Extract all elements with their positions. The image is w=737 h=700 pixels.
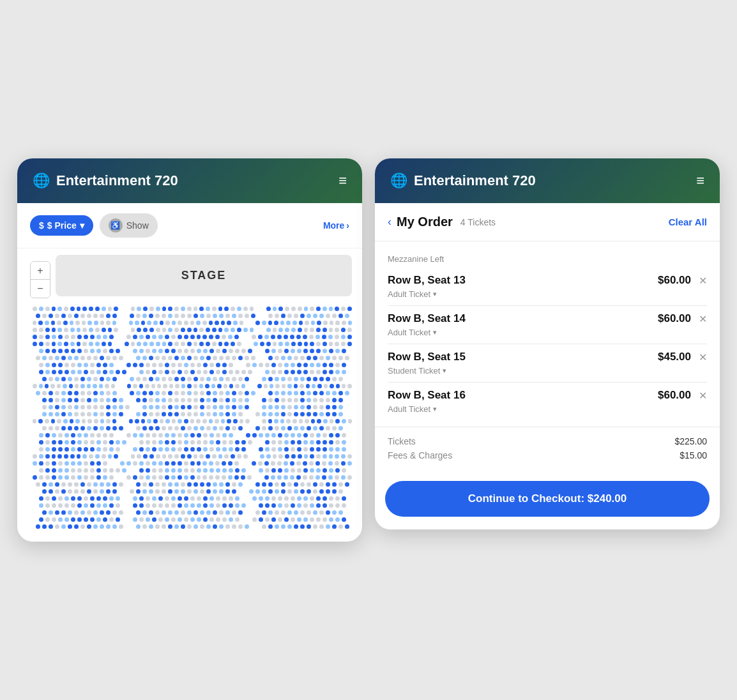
seat-dot[interactable] <box>190 321 195 325</box>
seat-dot[interactable] <box>342 370 346 374</box>
seat-dot[interactable] <box>162 482 166 487</box>
seat-dot[interactable] <box>109 496 114 501</box>
seat-dot[interactable] <box>155 391 160 395</box>
seat-dot[interactable] <box>200 412 204 416</box>
seat-dot[interactable] <box>297 440 301 445</box>
seat-dot[interactable] <box>178 496 182 501</box>
seat-dot[interactable] <box>245 314 249 318</box>
seat-dot[interactable] <box>49 391 53 395</box>
seat-dot[interactable] <box>194 377 198 381</box>
seat-dot[interactable] <box>200 482 204 487</box>
seat-dot[interactable] <box>64 307 68 311</box>
seat-dot[interactable] <box>294 377 298 381</box>
seat-dot[interactable] <box>317 321 321 325</box>
seat-dot[interactable] <box>190 447 195 452</box>
seat-dot[interactable] <box>127 384 131 388</box>
seat-dot[interactable] <box>84 475 88 480</box>
seat-dot[interactable] <box>139 335 144 339</box>
seat-dot[interactable] <box>112 391 117 395</box>
seat-dot[interactable] <box>36 356 40 360</box>
seat-dot[interactable] <box>184 419 188 423</box>
seat-dot[interactable] <box>190 440 195 445</box>
seat-dot[interactable] <box>202 419 207 423</box>
seat-dot[interactable] <box>65 440 69 445</box>
seat-dot[interactable] <box>307 482 311 487</box>
seat-dot[interactable] <box>322 335 326 339</box>
seat-dot[interactable] <box>45 440 50 445</box>
seat-dot[interactable] <box>250 307 254 311</box>
seat-dot[interactable] <box>347 328 352 332</box>
seat-dot[interactable] <box>319 482 324 487</box>
seat-dot[interactable] <box>300 377 305 381</box>
seat-dot[interactable] <box>219 391 224 395</box>
seat-dot[interactable] <box>149 328 154 332</box>
seat-dot[interactable] <box>146 496 150 501</box>
seat-dot[interactable] <box>225 489 230 494</box>
seat-dot[interactable] <box>181 405 185 409</box>
seat-dot[interactable] <box>313 314 317 318</box>
seat-dot[interactable] <box>194 426 198 430</box>
seat-dot[interactable] <box>149 356 153 360</box>
seat-dot[interactable] <box>310 517 314 522</box>
seat-dot[interactable] <box>77 503 82 508</box>
seat-dot[interactable] <box>310 328 314 332</box>
seat-dot[interactable] <box>149 482 153 487</box>
seat-dot[interactable] <box>206 489 211 494</box>
seat-dot[interactable] <box>268 391 273 395</box>
seat-dot[interactable] <box>262 412 266 416</box>
seat-dot[interactable] <box>93 426 98 430</box>
seat-dot[interactable] <box>162 314 166 318</box>
seat-dot[interactable] <box>291 433 295 438</box>
seat-dot[interactable] <box>319 412 324 416</box>
seat-dot[interactable] <box>187 398 192 402</box>
seat-dot[interactable] <box>77 370 82 374</box>
seat-dot[interactable] <box>290 461 294 466</box>
seat-dot[interactable] <box>52 328 56 332</box>
seat-dot[interactable] <box>329 440 333 445</box>
seat-dot[interactable] <box>300 524 305 529</box>
seat-dot[interactable] <box>152 447 156 452</box>
seat-dot[interactable] <box>84 517 88 522</box>
seat-dot[interactable] <box>51 419 56 423</box>
seat-dot[interactable] <box>257 384 261 388</box>
seat-dot[interactable] <box>112 377 117 381</box>
seat-dot[interactable] <box>187 412 192 416</box>
seat-dot[interactable] <box>262 489 266 494</box>
seat-dot[interactable] <box>68 391 72 395</box>
seat-dot[interactable] <box>162 412 166 416</box>
seat-dot[interactable] <box>93 405 98 409</box>
seat-dot[interactable] <box>155 314 160 318</box>
seat-dot[interactable] <box>284 475 288 480</box>
seat-dot[interactable] <box>303 475 307 480</box>
seat-dot[interactable] <box>209 447 214 452</box>
seat-dot[interactable] <box>262 426 266 430</box>
seat-dot[interactable] <box>57 454 62 459</box>
seat-dot[interactable] <box>262 510 266 515</box>
seat-dot[interactable] <box>162 328 167 332</box>
seat-dot[interactable] <box>323 342 327 346</box>
seat-dot[interactable] <box>345 482 349 487</box>
seat-dot[interactable] <box>216 440 220 445</box>
seat-dot[interactable] <box>329 363 333 367</box>
seat-dot[interactable] <box>131 307 135 311</box>
seat-dot[interactable] <box>216 433 220 438</box>
seat-dot[interactable] <box>106 405 110 409</box>
seat-dot[interactable] <box>158 468 163 473</box>
seat-dot[interactable] <box>259 468 263 473</box>
seat-dot[interactable] <box>68 412 72 416</box>
seat-dot[interactable] <box>215 475 220 480</box>
seat-dot[interactable] <box>55 482 59 487</box>
price-filter-button[interactable]: $ $ Price ▾ <box>30 215 93 236</box>
seat-dot[interactable] <box>64 342 68 346</box>
seat-dot[interactable] <box>194 510 198 515</box>
seat-dot[interactable] <box>71 349 75 353</box>
seat-dot[interactable] <box>58 363 63 367</box>
seat-dot[interactable] <box>181 398 185 402</box>
seat-dot[interactable] <box>80 356 85 360</box>
seat-dot[interactable] <box>84 370 88 374</box>
seat-dot[interactable] <box>323 517 327 522</box>
seat-dot[interactable] <box>184 447 188 452</box>
seat-dot[interactable] <box>335 440 340 445</box>
seat-dot[interactable] <box>341 475 346 480</box>
seat-dot[interactable] <box>294 412 298 416</box>
